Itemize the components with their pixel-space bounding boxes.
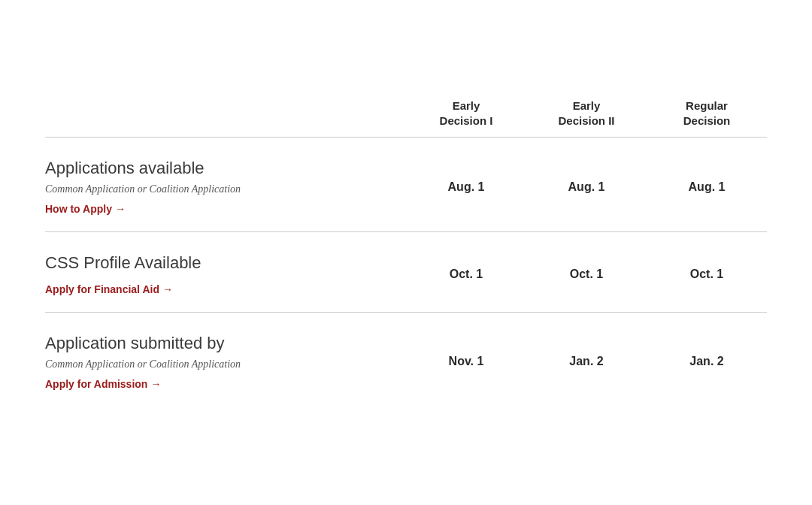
apply-financial-aid-link[interactable]: Apply for Financial Aid → [45, 283, 406, 295]
section-application-submitted: Application submitted by Common Applicat… [45, 313, 767, 406]
section-applications-title: Applications available [45, 159, 406, 178]
section-css-profile: CSS Profile Available Apply for Financia… [45, 232, 767, 313]
section-applications-subtitle: Common Application or Coalition Applicat… [45, 183, 406, 195]
section-submitted-content: Application submitted by Common Applicat… [45, 334, 406, 389]
applications-ed1-date: Aug. 1 [406, 180, 526, 194]
css-ed2-date: Oct. 1 [526, 268, 647, 281]
apply-for-admission-link[interactable]: Apply for Admission → [45, 378, 406, 390]
arrow-icon: → [115, 203, 126, 215]
section-css-content: CSS Profile Available Apply for Financia… [45, 253, 406, 295]
css-rd-date: Oct. 1 [647, 268, 767, 281]
header-early-decision-1: Early Decision I [406, 98, 526, 128]
header-early-decision-2: Early Decision II [526, 98, 647, 128]
arrow-icon-2: → [162, 283, 173, 295]
applications-ed2-date: Aug. 1 [526, 180, 647, 194]
arrow-icon-3: → [150, 378, 161, 390]
header-regular-decision: Regular Decision [647, 98, 767, 128]
section-submitted-subtitle: Common Application or Coalition Applicat… [45, 358, 406, 370]
css-ed1-date: Oct. 1 [406, 268, 526, 281]
table-header: Early Decision I Early Decision II Regul… [45, 98, 767, 138]
submitted-ed2-date: Jan. 2 [526, 355, 647, 368]
deadlines-table: Early Decision I Early Decision II Regul… [45, 83, 767, 421]
section-css-title: CSS Profile Available [45, 253, 406, 273]
section-applications-available: Applications available Common Applicatio… [45, 138, 767, 231]
applications-rd-date: Aug. 1 [647, 180, 767, 194]
how-to-apply-link[interactable]: How to Apply → [45, 203, 406, 215]
section-applications-content: Applications available Common Applicatio… [45, 159, 406, 214]
submitted-rd-date: Jan. 2 [647, 355, 767, 368]
header-col-label [45, 98, 406, 128]
section-submitted-title: Application submitted by [45, 334, 406, 353]
submitted-ed1-date: Nov. 1 [406, 355, 526, 368]
